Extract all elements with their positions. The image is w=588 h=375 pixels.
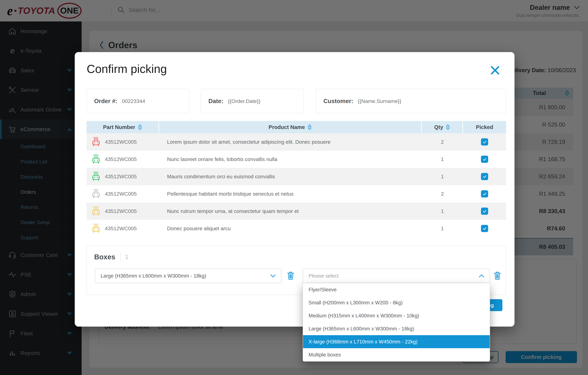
product-name: Nunc laoreet ornare felis, lobortis conv… bbox=[167, 156, 277, 162]
order-number-value: 00223344 bbox=[122, 98, 145, 104]
customer-field: Customer: {{Name.Surname}} bbox=[316, 89, 506, 113]
part-row: 000143512WC005Pellentesque habitant morb… bbox=[86, 185, 506, 203]
qty-value: 2 bbox=[441, 139, 444, 145]
boxes-title-divider bbox=[121, 252, 121, 262]
picked-checkbox[interactable] bbox=[481, 156, 488, 163]
product-name: Lorem ipsum dolor sit amet, consectetur … bbox=[167, 139, 331, 145]
chevron-down-icon bbox=[270, 274, 276, 278]
boxes-section: Boxes 1 Large (H365mm x L600mm x W300mm … bbox=[86, 246, 506, 295]
box-option[interactable]: Small (H200mm x L300mm x W200 - 8kg) bbox=[303, 296, 490, 309]
box-size-select-1-value: Large (H365mm x L600mm x W300mm - 18kg) bbox=[101, 273, 270, 279]
box-option[interactable]: Multiple boxes bbox=[303, 348, 490, 361]
confirm-picking-modal: Confirm picking Order #: 00223344 Date: … bbox=[75, 52, 514, 327]
product-name: Mauris condimentum orci eu euismod conva… bbox=[167, 173, 275, 180]
column-header-qty: Qty bbox=[422, 121, 463, 133]
order-date-label: Date: bbox=[208, 98, 223, 105]
box-option[interactable]: Medium (H315mm x L400mm x W300mm - 10kg) bbox=[303, 309, 490, 322]
column-header-product-name: Product Name bbox=[159, 121, 422, 133]
customer-value: {{Name.Surname}} bbox=[358, 98, 401, 104]
part-number: 43512WC005 bbox=[105, 173, 137, 180]
svg-text:0001: 0001 bbox=[94, 154, 98, 156]
customer-label: Customer: bbox=[323, 98, 353, 105]
box-option[interactable]: Flyer/Sleeve bbox=[303, 283, 490, 296]
box-size-select-1[interactable]: Large (H365mm x L600mm x W300mm - 18kg) bbox=[95, 269, 282, 283]
vehicle-status-icon: 0001 bbox=[91, 206, 101, 217]
column-header-part-number: Part Number bbox=[86, 121, 159, 133]
part-number: 43512WC005 bbox=[105, 208, 137, 214]
column-label: Part Number bbox=[103, 124, 135, 130]
box-option[interactable]: Large (H365mm x L600mm x W300mm - 18kg) bbox=[303, 322, 490, 335]
part-number: 43512WC005 bbox=[105, 156, 137, 162]
box-size-select-2-placeholder: Please select bbox=[309, 273, 479, 279]
part-row: 000143512WC005Nunc laoreet ornare felis,… bbox=[86, 150, 506, 168]
vehicle-status-icon: 0001 bbox=[91, 137, 101, 148]
delete-box-1-icon[interactable] bbox=[287, 271, 294, 280]
sort-icon[interactable] bbox=[308, 124, 312, 130]
picked-checkbox[interactable] bbox=[481, 208, 488, 215]
product-name: Donec posuere aliquet arcu bbox=[167, 225, 231, 231]
chevron-up-icon bbox=[479, 274, 484, 278]
boxes-title: Boxes bbox=[94, 253, 115, 261]
svg-text:0001: 0001 bbox=[94, 188, 98, 191]
close-icon[interactable] bbox=[490, 65, 500, 75]
svg-text:0001: 0001 bbox=[94, 137, 98, 139]
box-size-options-list: Flyer/SleeveSmall (H200mm x L300mm x W20… bbox=[303, 283, 490, 362]
delete-box-2-icon[interactable] bbox=[494, 271, 501, 280]
order-date-value: {{Order.Date}} bbox=[228, 98, 261, 104]
vehicle-status-icon: 0001 bbox=[91, 171, 101, 182]
sort-icon[interactable] bbox=[446, 124, 450, 130]
part-number: 43512WC005 bbox=[105, 139, 137, 145]
picked-checkbox[interactable] bbox=[481, 173, 488, 180]
parts-table-header: Part NumberProduct NameQtyPicked bbox=[86, 121, 506, 133]
vehicle-status-icon: 0001 bbox=[91, 188, 101, 199]
qty-value: 1 bbox=[441, 173, 444, 180]
picked-checkbox[interactable] bbox=[481, 225, 488, 232]
svg-text:0001: 0001 bbox=[94, 206, 98, 208]
order-date-field: Date: {{Order.Date}} bbox=[201, 89, 304, 113]
qty-value: 1 bbox=[441, 208, 444, 214]
part-row: 000143512WC005Nunc rutrum tempor urna, a… bbox=[86, 203, 506, 220]
vehicle-status-icon: 0001 bbox=[91, 154, 101, 165]
order-number-label: Order #: bbox=[94, 98, 117, 105]
qty-value: 2 bbox=[441, 191, 444, 197]
svg-text:0001: 0001 bbox=[94, 171, 98, 174]
part-number: 43512WC005 bbox=[105, 225, 137, 231]
box-option[interactable]: X-large (H368mm x L710mm x W450mm - 22kg… bbox=[303, 335, 490, 348]
order-number-field: Order #: 00223344 bbox=[86, 89, 189, 113]
part-row: 000143512WC005Donec posuere aliquet arcu… bbox=[86, 220, 506, 237]
column-label: Picked bbox=[476, 124, 493, 130]
modal-title: Confirm picking bbox=[87, 62, 167, 75]
part-row: 000143512WC005Lorem ipsum dolor sit amet… bbox=[86, 133, 506, 150]
product-name: Pellentesque habitant morbi tristique se… bbox=[167, 191, 294, 197]
boxes-count-badge: 1 bbox=[125, 254, 128, 260]
qty-value: 1 bbox=[441, 156, 444, 162]
column-label: Qty bbox=[434, 124, 443, 130]
app-screen: e TOYOTA ONE Dealer name Duis tempor com… bbox=[0, 0, 588, 375]
column-label: Product Name bbox=[269, 124, 305, 130]
sort-icon[interactable] bbox=[138, 124, 142, 130]
parts-table-body: 000143512WC005Lorem ipsum dolor sit amet… bbox=[86, 133, 506, 237]
column-header-picked: Picked bbox=[463, 121, 506, 133]
box-size-select-2-wrap: Please select Flyer/SleeveSmall (H200mm … bbox=[303, 269, 490, 283]
vehicle-status-icon: 0001 bbox=[91, 223, 101, 234]
box-size-select-2[interactable]: Please select bbox=[303, 269, 490, 283]
boxes-title-row: Boxes 1 bbox=[94, 252, 128, 262]
svg-text:0001: 0001 bbox=[94, 223, 98, 226]
qty-value: 1 bbox=[441, 225, 444, 231]
product-name: Nunc rutrum tempor urna, at consectetur … bbox=[167, 208, 299, 214]
picked-checkbox[interactable] bbox=[481, 190, 488, 197]
picked-checkbox[interactable] bbox=[481, 138, 488, 146]
part-row: 000143512WC005Mauris condimentum orci eu… bbox=[86, 168, 506, 185]
part-number: 43512WC005 bbox=[105, 191, 137, 197]
